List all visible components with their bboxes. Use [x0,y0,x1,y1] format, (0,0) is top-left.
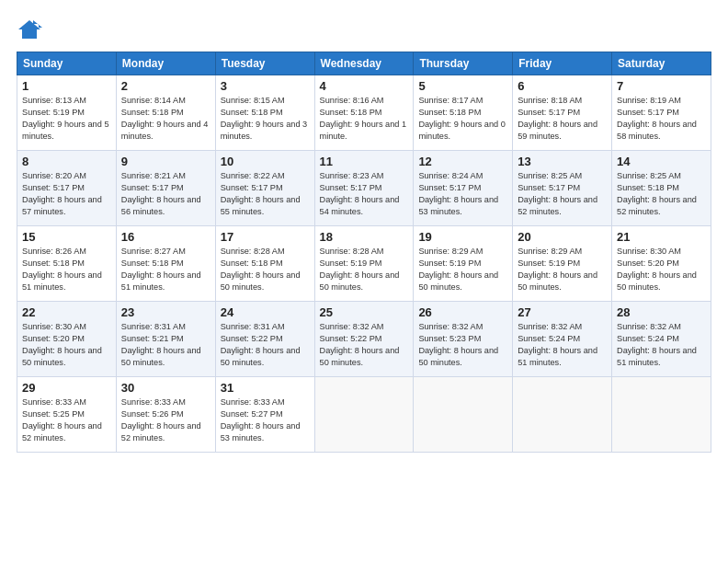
day-number: 1 [22,79,111,93]
day-info: Sunrise: 8:27 AMSunset: 5:18 PMDaylight:… [121,247,201,292]
day-number: 8 [22,155,111,168]
day-number: 18 [320,230,409,244]
day-number: 7 [617,79,706,93]
day-info: Sunrise: 8:23 AMSunset: 5:17 PMDaylight:… [320,171,400,216]
calendar-cell: 7 Sunrise: 8:19 AMSunset: 5:17 PMDayligh… [612,75,711,151]
header [17,17,711,42]
calendar-cell [612,377,711,453]
day-number: 9 [121,155,210,168]
day-info: Sunrise: 8:25 AMSunset: 5:18 PMDaylight:… [617,171,697,216]
calendar-cell: 3 Sunrise: 8:15 AMSunset: 5:18 PMDayligh… [215,75,314,151]
day-info: Sunrise: 8:15 AMSunset: 5:18 PMDaylight:… [221,96,308,141]
logo [17,17,46,42]
calendar-cell: 2 Sunrise: 8:14 AMSunset: 5:18 PMDayligh… [116,75,215,151]
calendar-week-row: 15 Sunrise: 8:26 AMSunset: 5:18 PMDaylig… [17,226,711,302]
day-info: Sunrise: 8:29 AMSunset: 5:19 PMDaylight:… [418,247,498,292]
day-number: 23 [121,305,210,319]
day-info: Sunrise: 8:18 AMSunset: 5:17 PMDaylight:… [518,96,597,141]
day-number: 20 [518,230,607,244]
day-number: 2 [121,79,210,93]
day-info: Sunrise: 8:32 AMSunset: 5:22 PMDaylight:… [320,322,400,367]
day-number: 21 [617,230,706,244]
calendar-cell: 27 Sunrise: 8:32 AMSunset: 5:24 PMDaylig… [513,302,612,377]
calendar-cell: 18 Sunrise: 8:28 AMSunset: 5:19 PMDaylig… [314,226,414,302]
day-info: Sunrise: 8:29 AMSunset: 5:19 PMDaylight:… [518,247,597,292]
day-number: 4 [320,79,409,93]
calendar-cell: 6 Sunrise: 8:18 AMSunset: 5:17 PMDayligh… [513,75,612,151]
page: SundayMondayTuesdayWednesdayThursdayFrid… [0,0,728,563]
day-info: Sunrise: 8:20 AMSunset: 5:17 PMDaylight:… [22,171,102,216]
day-number: 6 [518,79,607,93]
day-number: 17 [221,230,310,244]
calendar-cell: 12 Sunrise: 8:24 AMSunset: 5:17 PMDaylig… [414,151,513,226]
day-info: Sunrise: 8:17 AMSunset: 5:18 PMDaylight:… [418,96,506,141]
day-info: Sunrise: 8:33 AMSunset: 5:25 PMDaylight:… [22,397,102,442]
day-number: 12 [418,155,507,168]
day-info: Sunrise: 8:31 AMSunset: 5:21 PMDaylight:… [121,322,201,367]
day-number: 22 [22,305,111,319]
calendar-cell: 10 Sunrise: 8:22 AMSunset: 5:17 PMDaylig… [215,151,314,226]
calendar-cell: 30 Sunrise: 8:33 AMSunset: 5:26 PMDaylig… [116,377,215,453]
calendar-cell: 14 Sunrise: 8:25 AMSunset: 5:18 PMDaylig… [612,151,711,226]
day-number: 11 [320,155,409,168]
day-info: Sunrise: 8:33 AMSunset: 5:27 PMDaylight:… [221,397,301,442]
day-info: Sunrise: 8:28 AMSunset: 5:18 PMDaylight:… [221,247,301,292]
calendar-cell: 9 Sunrise: 8:21 AMSunset: 5:17 PMDayligh… [116,151,215,226]
calendar-cell: 13 Sunrise: 8:25 AMSunset: 5:17 PMDaylig… [513,151,612,226]
calendar-cell [414,377,513,453]
day-info: Sunrise: 8:32 AMSunset: 5:24 PMDaylight:… [617,322,697,367]
calendar-day-header: Friday [513,52,612,75]
calendar-day-header: Sunday [17,52,117,75]
calendar-cell: 11 Sunrise: 8:23 AMSunset: 5:17 PMDaylig… [314,151,414,226]
calendar-cell: 23 Sunrise: 8:31 AMSunset: 5:21 PMDaylig… [116,302,215,377]
day-info: Sunrise: 8:16 AMSunset: 5:18 PMDaylight:… [320,96,407,141]
calendar-week-row: 1 Sunrise: 8:13 AMSunset: 5:19 PMDayligh… [17,75,711,151]
day-info: Sunrise: 8:22 AMSunset: 5:17 PMDaylight:… [221,171,301,216]
calendar-cell: 31 Sunrise: 8:33 AMSunset: 5:27 PMDaylig… [215,377,314,453]
day-number: 29 [22,381,111,395]
svg-marker-0 [18,20,40,39]
day-info: Sunrise: 8:33 AMSunset: 5:26 PMDaylight:… [121,397,201,442]
day-info: Sunrise: 8:21 AMSunset: 5:17 PMDaylight:… [121,171,201,216]
day-number: 16 [121,230,210,244]
day-number: 3 [221,79,310,93]
day-info: Sunrise: 8:32 AMSunset: 5:23 PMDaylight:… [418,322,498,367]
day-number: 13 [518,155,607,168]
day-number: 25 [320,305,409,319]
calendar-day-header: Monday [116,52,215,75]
day-info: Sunrise: 8:24 AMSunset: 5:17 PMDaylight:… [418,171,498,216]
calendar-cell: 28 Sunrise: 8:32 AMSunset: 5:24 PMDaylig… [612,302,711,377]
calendar-cell: 4 Sunrise: 8:16 AMSunset: 5:18 PMDayligh… [314,75,414,151]
day-info: Sunrise: 8:30 AMSunset: 5:20 PMDaylight:… [617,247,697,292]
day-info: Sunrise: 8:31 AMSunset: 5:22 PMDaylight:… [221,322,301,367]
calendar-week-row: 29 Sunrise: 8:33 AMSunset: 5:25 PMDaylig… [17,377,711,453]
day-info: Sunrise: 8:19 AMSunset: 5:17 PMDaylight:… [617,96,697,141]
calendar-cell: 16 Sunrise: 8:27 AMSunset: 5:18 PMDaylig… [116,226,215,302]
day-number: 14 [617,155,706,168]
logo-icon [17,17,42,42]
day-info: Sunrise: 8:30 AMSunset: 5:20 PMDaylight:… [22,322,102,367]
calendar-cell: 24 Sunrise: 8:31 AMSunset: 5:22 PMDaylig… [215,302,314,377]
day-info: Sunrise: 8:28 AMSunset: 5:19 PMDaylight:… [320,247,400,292]
day-number: 15 [22,230,111,244]
day-number: 27 [518,305,607,319]
calendar-day-header: Tuesday [215,52,314,75]
day-number: 10 [221,155,310,168]
day-number: 30 [121,381,210,395]
day-info: Sunrise: 8:14 AMSunset: 5:18 PMDaylight:… [121,96,209,141]
calendar-week-row: 8 Sunrise: 8:20 AMSunset: 5:17 PMDayligh… [17,151,711,226]
calendar-cell: 22 Sunrise: 8:30 AMSunset: 5:20 PMDaylig… [17,302,117,377]
day-number: 5 [418,79,507,93]
calendar-cell [314,377,414,453]
day-number: 28 [617,305,706,319]
calendar-cell: 17 Sunrise: 8:28 AMSunset: 5:18 PMDaylig… [215,226,314,302]
calendar-cell: 29 Sunrise: 8:33 AMSunset: 5:25 PMDaylig… [17,377,117,453]
calendar-cell: 15 Sunrise: 8:26 AMSunset: 5:18 PMDaylig… [17,226,117,302]
day-info: Sunrise: 8:32 AMSunset: 5:24 PMDaylight:… [518,322,597,367]
calendar-cell: 20 Sunrise: 8:29 AMSunset: 5:19 PMDaylig… [513,226,612,302]
day-info: Sunrise: 8:13 AMSunset: 5:19 PMDaylight:… [22,96,109,141]
day-number: 26 [418,305,507,319]
day-info: Sunrise: 8:26 AMSunset: 5:18 PMDaylight:… [22,247,102,292]
calendar-cell: 25 Sunrise: 8:32 AMSunset: 5:22 PMDaylig… [314,302,414,377]
day-info: Sunrise: 8:25 AMSunset: 5:17 PMDaylight:… [518,171,597,216]
